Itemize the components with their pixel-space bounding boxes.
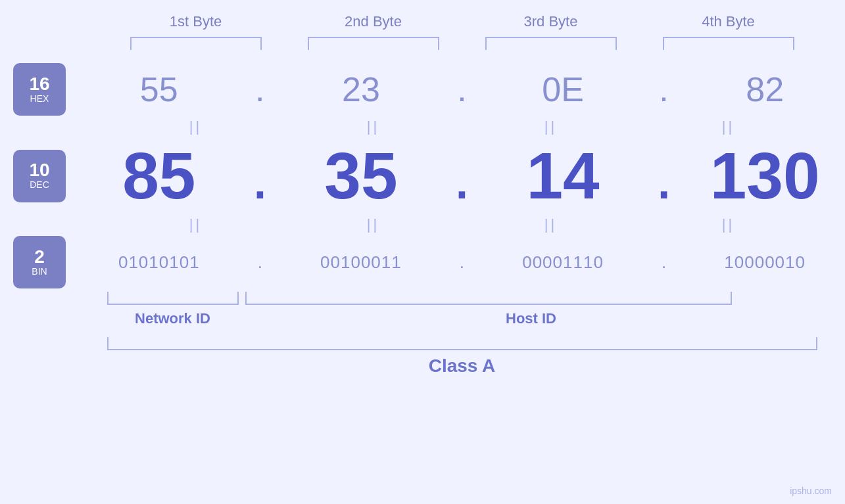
hex-val-4: 82 [746, 70, 784, 108]
top-bracket-row [107, 37, 817, 50]
class-label: Class A [107, 355, 817, 377]
bracket-1 [130, 37, 262, 50]
bin-val-3: 00001110 [522, 252, 604, 272]
dec-val-4: 130 [710, 139, 820, 212]
bin-badge-num: 2 [34, 248, 45, 266]
bin-badge: 2 BIN [13, 236, 66, 288]
eq6: || [301, 216, 446, 233]
class-section: Class A [107, 337, 817, 377]
bin-dot-1: . [258, 252, 262, 272]
hex-dot-1: . [255, 70, 264, 108]
bracket-2 [308, 37, 439, 50]
hex-val-3: 0E [542, 70, 584, 108]
eq1: || [124, 118, 268, 135]
hex-dot-2: . [457, 70, 466, 108]
equals-row-2: || || || || [107, 214, 817, 236]
eq5: || [124, 216, 268, 233]
bin-dot-3: . [662, 252, 666, 272]
eq2: || [301, 118, 446, 135]
main-container: 1st Byte 2nd Byte 3rd Byte 4th Byte 16 H… [0, 0, 845, 504]
byte-headers: 1st Byte 2nd Byte 3rd Byte 4th Byte [107, 13, 817, 30]
dec-dot-3: . [655, 139, 673, 212]
dec-val-2: 35 [324, 139, 397, 212]
bin-dot-2: . [460, 252, 464, 272]
hex-badge-label: HEX [30, 93, 49, 104]
equals-row-1: || || || || [107, 116, 817, 138]
hex-row: 16 HEX 55 . 23 . 0E . 82 [0, 63, 845, 116]
hex-dot-3: . [659, 70, 668, 108]
bin-val-2: 00100011 [320, 252, 402, 272]
dec-val-3: 14 [526, 139, 599, 212]
dec-badge-num: 10 [29, 161, 49, 179]
bracket-4 [663, 37, 794, 50]
byte-header-4: 4th Byte [656, 13, 801, 30]
dec-row: 10 DEC 85 . 35 . 14 . 130 [0, 138, 845, 214]
hex-badge-num: 16 [29, 75, 49, 93]
bin-badge-label: BIN [32, 266, 47, 277]
host-id-bracket [245, 292, 732, 305]
dec-dot-2: . [453, 139, 471, 212]
bin-val-4: 10000010 [724, 252, 806, 272]
dec-badge: 10 DEC [13, 150, 66, 202]
byte-header-2: 2nd Byte [301, 13, 446, 30]
class-bracket [107, 337, 817, 350]
host-id-label: Host ID [245, 310, 817, 327]
watermark: ipshu.com [790, 486, 832, 496]
eq8: || [656, 216, 801, 233]
bin-val-1: 01010101 [118, 252, 200, 272]
dec-dot-1: . [251, 139, 269, 212]
bracket-3 [485, 37, 617, 50]
dec-val-1: 85 [122, 139, 195, 212]
dec-badge-label: DEC [30, 179, 49, 191]
byte-header-3: 3rd Byte [479, 13, 623, 30]
bin-row: 2 BIN 01010101 . 00100011 . 00001110 . 1… [0, 236, 845, 288]
network-id-label: Network ID [107, 310, 239, 327]
hex-badge: 16 HEX [13, 63, 66, 116]
id-labels: Network ID Host ID [107, 310, 817, 327]
hex-val-1: 55 [140, 70, 178, 108]
byte-header-1: 1st Byte [124, 13, 268, 30]
eq4: || [656, 118, 801, 135]
eq3: || [479, 118, 623, 135]
network-id-bracket [107, 292, 239, 305]
id-bracket-section [107, 292, 817, 305]
hex-val-2: 23 [342, 70, 380, 108]
eq7: || [479, 216, 623, 233]
